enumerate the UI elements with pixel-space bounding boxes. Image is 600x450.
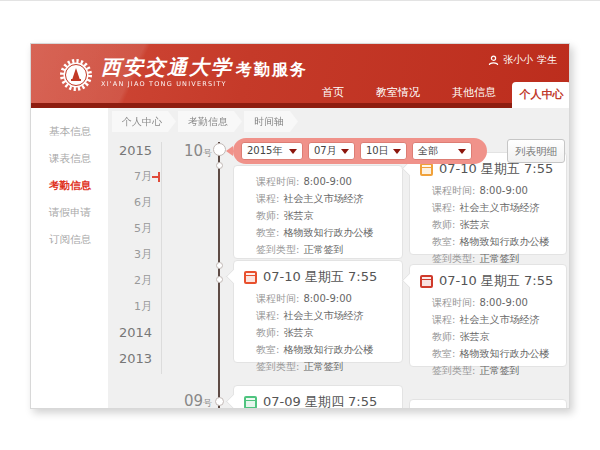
nav-tab-other-info[interactable]: 其他信息 [436,82,512,108]
timeline-year-nav: 2015 7月 6月 5月 3月 2月 1月 2014 2013 [108,138,158,372]
card-title: 07-10 星期五 7:55 [439,272,553,290]
app-header: 西安交通大学 XI'AN JIAO TONG UNIVERSITY 考勤服务 张… [31,44,570,108]
attendance-card[interactable]: 课程时间:8:00-9:00 课程:社会主义市场经济 教师:张芸京 教室:格物致… [233,165,403,259]
sidebar-item-attendance[interactable]: 考勤信息 [31,172,108,199]
timeline-nav-july[interactable]: 7月 [108,164,158,190]
timeline-nav-may[interactable]: 5月 [108,216,158,242]
timeline-node-day09[interactable] [215,397,224,406]
card-title: 07-09 星期四 7:55 [263,393,377,409]
timeline-node [216,262,223,269]
timeline-nav-march[interactable]: 3月 [108,242,158,268]
card-title: 07-10 星期五 7:55 [263,268,377,286]
breadcrumb: 个人中心 考勤信息 时间轴 [112,111,300,132]
breadcrumb-timeline[interactable]: 时间轴 [244,111,298,132]
user-role: 学生 [537,53,557,67]
attendance-card[interactable]: 07-09 星期四 7:55 [233,385,403,409]
breadcrumb-attendance[interactable]: 考勤信息 [178,111,242,132]
timeline-nav-divider [161,142,162,374]
year-select[interactable]: 2015年 [241,142,303,160]
chevron-down-icon [341,149,349,154]
timeline-node [216,162,223,169]
sidebar-item-timetable[interactable]: 课表信息 [31,145,108,172]
nav-tab-classrooms[interactable]: 教室情况 [360,82,436,108]
user-info[interactable]: 张小小 学生 [488,53,557,67]
nav-tab-personal-center[interactable]: 个人中心 [512,82,570,108]
app-title: 考勤服务 [236,60,308,81]
content-area: 个人中心 考勤信息 时间轴 2015 7月 6月 5月 3月 2月 1月 201… [108,108,570,409]
timeline-nav-2015[interactable]: 2015 [108,138,158,164]
university-name-cn: 西安交通大学 [101,55,233,79]
timeline-node-day10[interactable] [213,143,226,156]
sidebar: 基本信息 课表信息 考勤信息 请假申请 订阅信息 [31,108,108,409]
attendance-card[interactable]: 07-10 星期五 7:55 课程时间:8:00-9:00 课程:社会主义市场经… [233,260,403,363]
signin-status-icon [420,275,433,288]
timeline-nav-june[interactable]: 6月 [108,190,158,216]
attendance-card-stub[interactable] [409,399,567,409]
chevron-down-icon [393,149,401,154]
breadcrumb-personal-center[interactable]: 个人中心 [112,111,176,132]
user-name: 张小小 [503,53,533,67]
sidebar-item-leave-request[interactable]: 请假申请 [31,199,108,226]
active-month-marker [154,172,160,182]
page: 西安交通大学 XI'AN JIAO TONG UNIVERSITY 考勤服务 张… [0,0,600,450]
timeline-nav-2013[interactable]: 2013 [108,346,158,372]
signin-status-icon [244,271,257,284]
chevron-down-icon [289,149,297,154]
signin-status-icon [244,396,257,409]
chevron-down-icon [458,149,466,154]
day-select[interactable]: 10日 [360,142,407,160]
day-label-10: 10号 [170,141,212,160]
university-name-en: XI'AN JIAO TONG UNIVERSITY [101,80,233,88]
timeline-node [216,276,223,283]
month-select[interactable]: 07月 [308,142,355,160]
attendance-card[interactable]: 07-10 星期五 7:55 课程时间:8:00-9:00 课程:社会主义市场经… [409,264,567,367]
app-body: 基本信息 课表信息 考勤信息 请假申请 订阅信息 个人中心 考勤信息 时间轴 2… [31,108,570,409]
attendance-card[interactable]: 07-10 星期五 7:55 课程时间:8:00-9:00 课程:社会主义市场经… [409,152,567,255]
user-icon [488,55,499,66]
university-logo-icon [59,58,93,92]
signin-status-icon [420,163,433,176]
app-window: 西安交通大学 XI'AN JIAO TONG UNIVERSITY 考勤服务 张… [30,43,570,409]
type-select[interactable]: 全部 [412,142,472,160]
sidebar-item-subscription[interactable]: 订阅信息 [31,226,108,253]
university-name: 西安交通大学 XI'AN JIAO TONG UNIVERSITY [101,55,233,88]
timeline-nav-2014[interactable]: 2014 [108,320,158,346]
list-detail-button[interactable]: 列表明细 [507,139,565,163]
main-nav: 首页 教室情况 其他信息 个人中心 [306,82,570,108]
timeline-nav-january[interactable]: 1月 [108,294,158,320]
sidebar-item-basic-info[interactable]: 基本信息 [31,118,108,145]
timeline-nav-february[interactable]: 2月 [108,268,158,294]
filter-bar: 2015年 07月 10日 全部 [233,138,487,164]
nav-tab-home[interactable]: 首页 [306,82,360,108]
day-label-09: 09号 [170,391,212,409]
